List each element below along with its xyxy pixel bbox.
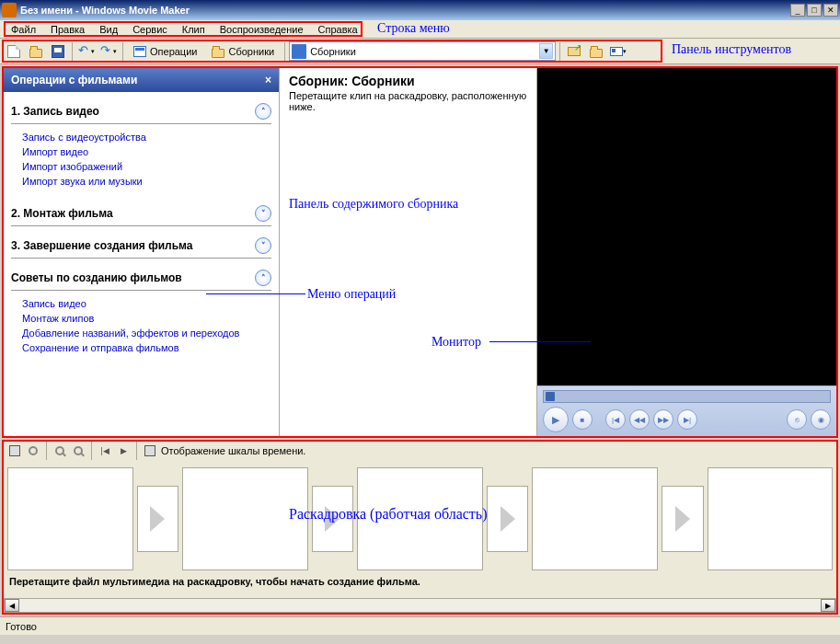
tasks-icon [133, 46, 146, 57]
timeline-view-label[interactable]: Отображение шкалы времени. [161, 445, 305, 456]
link-tip-edit[interactable]: Монтаж клипов [22, 311, 271, 326]
timeline-toolbar: |◀ ▶ Отображение шкалы времени. [4, 442, 836, 460]
folder-icon [212, 49, 224, 58]
content-hint: Перетащите клип на раскадровку, располож… [289, 90, 527, 112]
collections-button[interactable]: Сборники [205, 42, 281, 61]
transition-slot[interactable] [487, 486, 529, 552]
scroll-right-icon[interactable]: ▶ [821, 599, 835, 612]
clip-slot[interactable] [7, 467, 133, 570]
clip-slot[interactable] [708, 467, 834, 570]
narrate-icon[interactable] [26, 443, 40, 458]
section-title-4[interactable]: Советы по созданию фильмов ˄ [11, 266, 271, 291]
link-import-audio[interactable]: Импорт звука или музыки [22, 174, 271, 189]
show-timeline-icon[interactable] [143, 443, 157, 458]
frame-back-button[interactable]: ◀◀ [629, 409, 650, 430]
transition-slot[interactable] [312, 486, 354, 552]
dropdown-arrow-icon[interactable]: ▼ [539, 43, 553, 59]
dropdown-value: Сборники [310, 46, 356, 57]
menu-playback[interactable]: Воспроизведение [213, 22, 311, 37]
save-button[interactable] [48, 41, 68, 62]
chevron-up-icon[interactable]: ˄ [255, 103, 271, 120]
menu-view[interactable]: Вид [92, 22, 125, 37]
minimize-button[interactable]: _ [790, 4, 805, 17]
section-title-1[interactable]: 1. Запись видео ˄ [11, 99, 271, 124]
scroll-left-icon[interactable]: ◀ [5, 599, 19, 612]
task-section-edit: 2. Монтаж фильма ˅ [11, 201, 271, 226]
play-timeline-icon[interactable]: ▶ [116, 443, 131, 458]
seek-position-icon[interactable] [546, 392, 555, 401]
zoom-in-icon[interactable] [52, 443, 67, 458]
monitor-controls: ▶ ■ |◀ ◀◀ ▶▶ ▶| ⎋ ◉ [537, 385, 836, 436]
stop-button[interactable]: ■ [572, 409, 593, 430]
new-icon [7, 45, 20, 58]
link-tip-titles[interactable]: Добавление названий, эффектов и переходо… [22, 326, 271, 340]
clip-slot[interactable] [357, 467, 483, 570]
task-pane: Операции с фильмами × 1. Запись видео ˄ … [4, 68, 280, 436]
link-import-video[interactable]: Импорт видео [22, 144, 271, 159]
storyboard[interactable]: Раскадровка (работчая область) Перетащит… [4, 460, 836, 598]
menubar: Файл Правка Вид Сервис Клип Воспроизведе… [0, 20, 840, 39]
save-icon [52, 45, 64, 58]
timeline-view-icon[interactable] [7, 443, 22, 458]
section-title-3[interactable]: 3. Завершение создания фильма ˅ [11, 234, 271, 259]
split-button[interactable]: ⎋ [787, 409, 807, 430]
menu-edit[interactable]: Правка [43, 22, 92, 37]
open-icon [29, 49, 42, 58]
annotation-toolbar: Панель инструментов [672, 42, 791, 57]
operations-button[interactable]: Операции [127, 42, 203, 61]
close-button[interactable]: ✕ [823, 4, 838, 17]
chevron-down-icon[interactable]: ˅ [255, 237, 271, 254]
next-button[interactable]: ▶| [677, 409, 697, 430]
maximize-button[interactable]: □ [807, 4, 822, 17]
collections-label: Сборники [228, 46, 274, 57]
transition-arrow-icon [150, 506, 165, 532]
open-button[interactable] [26, 41, 46, 62]
timeline-scrollbar[interactable]: ◀ ▶ [4, 598, 836, 613]
toolbar: ↶▾ ↷▾ Операции Сборники Сборники ▼ ▾ Пан… [0, 39, 840, 64]
rewind-icon[interactable]: |◀ [98, 443, 112, 458]
collection-dropdown[interactable]: Сборники ▼ [289, 41, 556, 61]
operations-label: Операции [150, 46, 197, 57]
redo-button[interactable]: ↷▾ [98, 41, 119, 62]
section-title-2[interactable]: 2. Монтаж фильма ˅ [11, 201, 271, 226]
link-import-images[interactable]: Импорт изображений [22, 159, 271, 174]
app-icon [2, 3, 17, 17]
transition-slot[interactable] [662, 486, 704, 552]
annotation-content: Панель содержимого сборника [289, 197, 458, 212]
seek-bar[interactable] [543, 390, 831, 403]
prev-button[interactable]: |◀ [605, 409, 626, 430]
annotation-operations: Меню операций [307, 287, 396, 302]
clip-slot[interactable] [532, 467, 658, 570]
play-button[interactable]: ▶ [543, 407, 569, 432]
task-section-tips: Советы по созданию фильмов ˄ Запись виде… [11, 266, 271, 361]
menu-file[interactable]: Файл [4, 22, 43, 37]
clip-slot[interactable] [182, 467, 308, 570]
up-level-button[interactable] [564, 41, 584, 62]
views-button[interactable]: ▾ [608, 41, 628, 62]
zoom-out-icon[interactable] [71, 443, 86, 458]
titlebar: Без имени - Windows Movie Maker _ □ ✕ [0, 0, 840, 20]
chevron-up-icon[interactable]: ˄ [255, 270, 271, 286]
transition-arrow-icon [325, 506, 339, 532]
task-section-capture: 1. Запись видео ˄ Запись с видеоустройст… [11, 99, 271, 194]
undo-button[interactable]: ↶▾ [76, 41, 97, 62]
menu-service[interactable]: Сервис [125, 22, 175, 37]
taskpane-body: 1. Запись видео ˄ Запись с видеоустройст… [4, 92, 279, 375]
menu-clip[interactable]: Клип [175, 22, 213, 37]
link-tip-capture[interactable]: Запись видео [22, 296, 271, 311]
taskpane-title: Операции с фильмами [11, 74, 137, 86]
frame-fwd-button[interactable]: ▶▶ [653, 409, 673, 430]
link-tip-save[interactable]: Сохранение и отправка фильмов [22, 340, 271, 355]
taskpane-close-icon[interactable]: × [265, 74, 271, 86]
chevron-down-icon[interactable]: ˅ [255, 205, 271, 222]
link-capture-device[interactable]: Запись с видеоустройства [22, 130, 271, 144]
new-button[interactable] [4, 41, 24, 62]
annotation-monitor: Монитор [432, 335, 481, 350]
menu-help[interactable]: Справка [311, 22, 365, 37]
snapshot-button[interactable]: ◉ [811, 409, 831, 430]
transition-slot[interactable] [137, 486, 179, 552]
new-folder-button[interactable] [586, 41, 606, 62]
annotation-menubar: Строка меню [377, 21, 450, 36]
video-preview [537, 68, 836, 385]
scroll-track[interactable] [19, 599, 821, 612]
